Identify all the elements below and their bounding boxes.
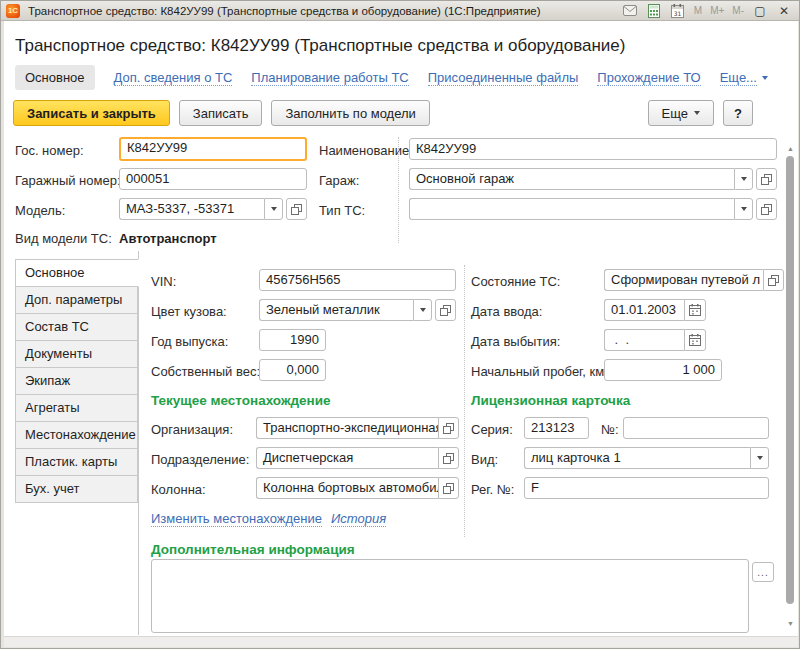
organization-open-button[interactable]: [438, 417, 459, 439]
date-in-field[interactable]: 01.01.2003: [604, 299, 706, 321]
garage-dropdown-button[interactable]: [734, 168, 753, 190]
ellipsis-button[interactable]: ...: [752, 562, 774, 582]
name-field[interactable]: К842УУ99: [409, 138, 777, 160]
side-tab-agregaty[interactable]: Агрегаты: [15, 394, 138, 422]
nav-link-prisoedinennye-fajly[interactable]: Присоединенные файлы: [428, 70, 579, 86]
kind-dropdown-button[interactable]: [750, 447, 769, 469]
nav-panel: Основное Доп. сведения о ТС Планирование…: [15, 65, 768, 90]
side-tab-buh-uchet[interactable]: Бух. учет: [15, 475, 138, 503]
nav-link-planirovanie[interactable]: Планирование работы ТС: [251, 70, 408, 86]
reg-number-label: Рег. №:: [471, 482, 514, 497]
gos-number-field[interactable]: К842УУ99: [119, 137, 307, 161]
column-open-button[interactable]: [438, 477, 459, 499]
year-field[interactable]: 1990: [259, 329, 326, 351]
division-field[interactable]: Диспетчерская: [256, 447, 459, 469]
type-open-button[interactable]: [756, 198, 777, 220]
date-out-calendar-button[interactable]: [684, 329, 706, 351]
organization-field[interactable]: Транспортно-экспедиционная п: [256, 417, 459, 439]
open-icon: [291, 204, 302, 215]
nav-tab-osnovnoe[interactable]: Основное: [15, 65, 95, 90]
location-section-title: Текущее местонахождение: [151, 393, 331, 408]
scrollbar-thumb[interactable]: [786, 156, 794, 604]
calendar-icon[interactable]: 31: [669, 3, 687, 18]
division-label: Подразделение:: [151, 452, 249, 467]
type-field[interactable]: [409, 198, 777, 220]
kind-field[interactable]: лиц карточка 1: [524, 447, 769, 469]
memory-m-button[interactable]: M: [693, 5, 703, 16]
nav-link-prohozhdenie-to[interactable]: Прохождение ТО: [597, 70, 700, 86]
vin-label: VIN:: [151, 274, 176, 289]
type-dropdown-button[interactable]: [734, 198, 753, 220]
save-button[interactable]: Записать: [179, 100, 263, 126]
calculator-icon[interactable]: [645, 3, 663, 18]
nav-link-dop-svedeniya[interactable]: Доп. сведения о ТС: [114, 70, 233, 86]
open-icon: [761, 174, 772, 185]
help-button[interactable]: ?: [723, 100, 753, 126]
date-out-field[interactable]: . .: [604, 329, 706, 351]
body-color-open-button[interactable]: [435, 299, 456, 321]
open-icon: [443, 423, 454, 434]
body-color-field[interactable]: Зеленый металлик: [259, 299, 456, 321]
side-tab-plastik-karty[interactable]: Пластик. карты: [15, 448, 138, 476]
titlebar: 1С Транспортное средство: К842УУ99 (Тран…: [1, 1, 799, 21]
seria-label: Серия:: [471, 422, 513, 437]
gos-number-label: Гос. номер:: [15, 143, 84, 158]
column-field[interactable]: Колонна бортовых автомобиле: [256, 477, 459, 499]
history-link[interactable]: История: [331, 511, 386, 527]
maximize-button[interactable]: ▢: [751, 4, 769, 18]
vin-field[interactable]: 456756Н565: [259, 269, 456, 291]
chevron-down-icon: [741, 177, 747, 181]
state-open-button[interactable]: [763, 269, 784, 291]
side-tab-sostav-ts[interactable]: Состав ТС: [15, 313, 138, 341]
side-tab-ekipazh[interactable]: Экипаж: [15, 367, 138, 395]
model-kind-value: Автотранспорт: [119, 231, 217, 246]
organization-label: Организация:: [151, 422, 233, 437]
envelope-icon[interactable]: [621, 3, 639, 18]
side-tab-mestonahozhdenie[interactable]: Местонахождение: [15, 421, 138, 449]
more-button[interactable]: Еще: [648, 100, 714, 126]
date-in-calendar-button[interactable]: [684, 299, 706, 321]
license-number-field[interactable]: [623, 417, 769, 439]
model-open-button[interactable]: [286, 198, 307, 220]
calendar-icon: [689, 304, 701, 316]
state-field[interactable]: Сформирован путевой л: [604, 269, 784, 291]
type-label: Тип ТС:: [319, 203, 365, 218]
garage-number-field[interactable]: 000051: [119, 168, 307, 190]
scroll-up-icon[interactable]: ▲: [785, 143, 796, 154]
side-tab-osnovnoe[interactable]: Основное: [15, 259, 139, 287]
model-dropdown-button[interactable]: [264, 198, 283, 220]
fill-by-model-button[interactable]: Заполнить по модели: [271, 100, 429, 126]
side-tab-dop-parametry[interactable]: Доп. параметры: [15, 286, 138, 314]
reg-number-field[interactable]: F: [524, 477, 769, 499]
change-location-link[interactable]: Изменить местонахождение: [151, 511, 322, 527]
memory-m-minus-button[interactable]: M-: [731, 5, 745, 16]
date-in-label: Дата ввода:: [471, 304, 542, 319]
additional-info-textarea[interactable]: [151, 559, 749, 633]
scroll-down-icon[interactable]: ▼: [785, 618, 796, 629]
column-splitter: [464, 265, 465, 537]
weight-field[interactable]: 0,000: [259, 359, 326, 381]
garage-field[interactable]: Основной гараж: [409, 168, 777, 190]
mileage-field[interactable]: 1 000: [604, 359, 722, 381]
vertical-scrollbar[interactable]: ▲ ▼: [785, 141, 796, 635]
chevron-down-icon: [741, 207, 747, 211]
nav-more-menu[interactable]: Еще...: [720, 70, 768, 86]
column-label: Колонна:: [151, 482, 206, 497]
close-button[interactable]: ✕: [775, 4, 793, 18]
seria-field[interactable]: 213123: [524, 417, 589, 439]
save-and-close-button[interactable]: Записать и закрыть: [13, 100, 170, 126]
body-color-dropdown-button[interactable]: [413, 299, 432, 321]
chevron-down-icon: [420, 308, 426, 312]
open-icon: [443, 453, 454, 464]
tab-panel-divider: [138, 251, 139, 635]
memory-m-plus-button[interactable]: M+: [709, 5, 725, 16]
side-tab-panel: Основное Доп. параметры Состав ТС Докуме…: [15, 259, 139, 503]
model-label: Модель:: [15, 203, 65, 218]
chevron-down-icon: [757, 456, 763, 460]
side-tab-dokumenty[interactable]: Документы: [15, 340, 138, 368]
division-open-button[interactable]: [438, 447, 459, 469]
license-number-label: №:: [601, 422, 619, 437]
garage-open-button[interactable]: [756, 168, 777, 190]
body-color-label: Цвет кузова:: [151, 304, 227, 319]
model-field[interactable]: МАЗ-5337, -53371: [119, 198, 307, 220]
